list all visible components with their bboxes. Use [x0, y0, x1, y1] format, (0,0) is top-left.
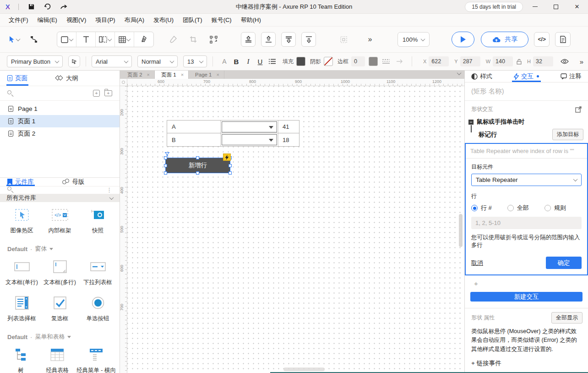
bold-button[interactable]: B — [230, 58, 242, 66]
action-mark-rows-row[interactable]: 标记行 添加目标 — [465, 127, 588, 143]
library-menu-button[interactable]: ⋮ — [106, 187, 112, 193]
font-color-button[interactable]: A — [218, 58, 230, 65]
redo-icon[interactable] — [60, 3, 68, 11]
design-canvas[interactable]: A 41 B 18 新增行 — [127, 86, 464, 373]
font-size-select[interactable]: 13 — [183, 55, 207, 67]
style-picker-button[interactable] — [68, 55, 80, 67]
menu-edit[interactable]: 编辑(E) — [33, 15, 61, 26]
resize-handle-sw[interactable] — [164, 171, 167, 175]
row-value-cell[interactable]: 18 — [278, 133, 299, 146]
canvas-tab-active[interactable]: 页面 1 × — [155, 71, 189, 79]
select-tool-button[interactable] — [6, 32, 21, 47]
event-click-row[interactable]: 鼠标或手指单击时 — [465, 116, 588, 127]
border-width-value[interactable]: 0 — [351, 56, 365, 66]
send-backward-button[interactable] — [281, 32, 296, 47]
menu-team[interactable]: 团队(T) — [179, 15, 207, 26]
menu-project[interactable]: 项目(P) — [91, 15, 119, 26]
tab-notes[interactable]: 注释 — [561, 71, 582, 82]
font-style-select[interactable]: Normal — [137, 55, 178, 67]
widget-inline-frame[interactable]: </> 内部框架 — [41, 203, 79, 239]
widget-listbox[interactable]: 列表选择框 — [3, 291, 41, 327]
tab-outline[interactable]: 大纲 — [56, 71, 78, 86]
resize-handle-s[interactable] — [196, 171, 199, 175]
menu-help[interactable]: 帮助(H) — [237, 15, 265, 26]
toolbar-overflow-button[interactable]: » — [363, 32, 377, 47]
ok-button[interactable]: 确定 — [546, 257, 582, 269]
w-value[interactable]: 140 — [493, 56, 513, 66]
rows-input[interactable]: 1, 2, 5-10 — [471, 217, 582, 229]
page-item[interactable]: 页面 2 — [0, 127, 120, 140]
tab-widget-library[interactable]: 元件库 — [7, 178, 34, 186]
font-family-select[interactable]: Arial — [92, 55, 132, 67]
transform-points-button[interactable] — [206, 32, 221, 47]
zoom-select[interactable]: 100% — [397, 32, 430, 47]
menu-account[interactable]: 账号(C) — [207, 15, 236, 26]
close-tab-icon[interactable]: × — [147, 72, 150, 77]
horizontal-scrollbar[interactable] — [283, 368, 325, 371]
new-interaction-button[interactable]: 新建交互 — [470, 292, 583, 301]
table-row[interactable]: B 18 — [167, 133, 299, 146]
row-name-cell[interactable]: B — [167, 133, 221, 146]
widget-classic-menu-horizontal[interactable]: 经典菜单 - 横向 — [76, 343, 117, 373]
table-tool-button[interactable] — [115, 32, 134, 47]
close-tab-icon[interactable]: × — [217, 72, 219, 77]
widget-droplist[interactable]: 下拉列表框 — [79, 255, 117, 291]
radio-row-number[interactable]: 行 # — [471, 204, 492, 212]
widget-textfield[interactable]: 文本框(单行) — [3, 255, 41, 291]
collapse-minus-icon[interactable] — [468, 120, 474, 125]
widget-textarea[interactable]: 文本框(多行) — [41, 255, 79, 291]
underline-button[interactable]: U — [254, 58, 266, 66]
library-filter-select[interactable]: 所有元件库 — [0, 194, 120, 202]
search-icon[interactable] — [7, 186, 14, 193]
widget-snapshot[interactable]: 快照 — [79, 203, 117, 239]
table-row[interactable]: A 41 — [167, 121, 299, 133]
repeater-table[interactable]: A 41 B 18 — [167, 120, 299, 147]
selected-add-row-button[interactable]: 新增行 — [166, 158, 230, 173]
cancel-link[interactable]: 取消 — [471, 259, 483, 267]
droplist-widget[interactable] — [222, 121, 277, 132]
droplist-widget[interactable] — [222, 134, 277, 145]
row-name-cell[interactable]: A — [167, 121, 221, 133]
h-value[interactable]: 32 — [533, 56, 553, 66]
resize-handle-n[interactable] — [196, 156, 199, 159]
resize-handle-se[interactable] — [229, 171, 232, 175]
row-droplist-cell[interactable] — [221, 121, 278, 133]
open-external-icon[interactable] — [575, 106, 582, 113]
code-export-button[interactable]: </> — [534, 32, 550, 47]
tab-list-chevron-icon[interactable] — [457, 71, 462, 75]
section-menus-tables[interactable]: Default · 菜单和表格 — [0, 327, 120, 342]
connector-tool-button[interactable] — [27, 32, 41, 47]
widget-classic-table[interactable]: 经典表格 — [39, 343, 75, 373]
undo-icon[interactable] — [44, 3, 52, 11]
canvas-tab[interactable]: Page 1 × — [189, 71, 224, 79]
show-all-button[interactable]: 全部显示 — [551, 312, 583, 324]
menu-publish[interactable]: 发布(U) — [149, 15, 178, 26]
inline-frame-tool-button[interactable] — [96, 32, 115, 47]
widget-name-input[interactable]: (矩形 名称) — [465, 82, 588, 101]
trial-badge[interactable]: 15 days left in trial — [465, 2, 523, 12]
widget-radio[interactable]: 单选按钮 — [79, 291, 117, 327]
tab-interaction[interactable]: 交互 — [514, 71, 539, 82]
maximize-button[interactable] — [547, 1, 565, 13]
widget-checkbox[interactable]: 复选框 — [41, 291, 79, 327]
add-target-button[interactable]: 添加目标 — [552, 129, 583, 140]
rectangle-tool-button[interactable] — [57, 32, 76, 47]
add-folder-button[interactable]: + — [104, 90, 112, 96]
target-widget-select[interactable]: Table Repeater — [471, 174, 582, 186]
italic-button[interactable]: I — [242, 58, 254, 66]
menu-file[interactable]: 文件(F) — [5, 15, 33, 26]
link-events-button[interactable]: + 链接事件 — [465, 354, 588, 373]
widget-style-select[interactable]: Primary Button — [7, 55, 63, 67]
menu-arrange[interactable]: 布局(A) — [120, 15, 148, 26]
tab-style[interactable]: 样式 — [471, 71, 492, 82]
add-page-button[interactable]: + — [93, 90, 100, 97]
x-value[interactable]: 622 — [429, 56, 449, 66]
tab-pages[interactable]: 页面 — [7, 71, 27, 86]
stylebar-overflow-button[interactable]: » — [580, 58, 583, 66]
notes-doc-button[interactable] — [555, 32, 571, 47]
search-icon[interactable] — [7, 90, 14, 97]
interaction-badge[interactable] — [223, 154, 231, 161]
pen-tool-button[interactable] — [134, 32, 153, 47]
page-item[interactable]: Page 1 — [0, 103, 120, 115]
canvas-tab[interactable]: 页面 2 × — [121, 71, 155, 79]
